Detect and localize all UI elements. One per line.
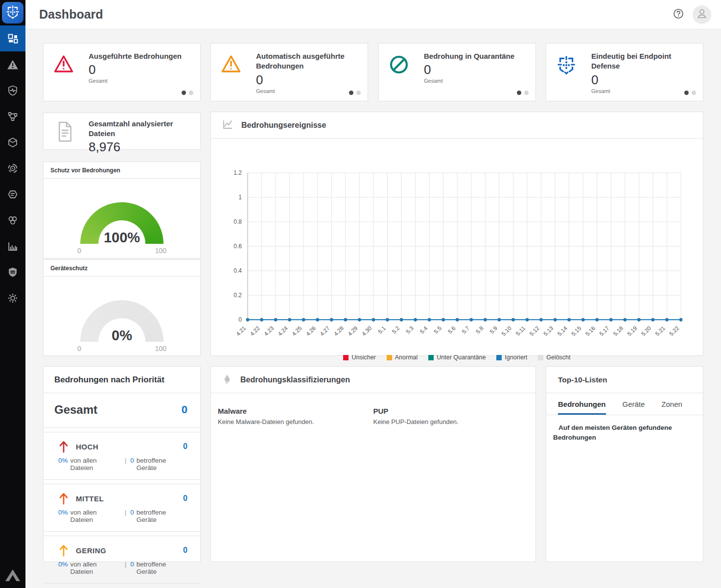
priority-value[interactable]: 0 [183,546,187,555]
card-executed-threats[interactable]: Ausgeführte Bedrohungen 0 Gesamt [43,43,201,101]
priority-label: MITTEL [76,494,104,503]
linked-rings-icon [7,214,19,226]
legend-item[interactable]: Unsicher [343,354,375,361]
line-chart-icon [222,118,233,132]
separator: | [123,457,128,471]
svg-text:4.25: 4.25 [291,325,302,337]
legend-item[interactable]: Unter Quarantäne [428,354,486,361]
total-value[interactable]: 0 [182,403,187,416]
total-label: Gesamt [54,403,97,417]
priority-item-low[interactable]: GERING 0 0% von allen Dateien | 0 betrof… [44,536,200,584]
help-icon[interactable] [673,8,684,21]
card-title: Ausgeführte Bedrohungen [89,51,194,61]
sidebar-item-alerts[interactable] [0,51,25,77]
svg-text:0.4: 0.4 [233,267,242,274]
brand-chevron-icon [0,568,25,582]
priority-item-high[interactable]: HOCH 0 0% von allen Dateien | 0 betroffe… [44,432,200,480]
gauge-title: Schutz vor Bedrohungen [44,162,200,179]
page-dot[interactable] [692,91,696,95]
card-unique-endpoint-defense[interactable]: Eindeutig bei Endpoint Defense 0 Gesamt [546,43,703,101]
page-dot-active[interactable] [517,91,521,95]
tab-bedrohungen[interactable]: Bedrohungen [558,393,606,415]
card-total-files[interactable]: Gesamtzahl analysierter Dateien 8,976 [43,113,201,150]
sidebar [0,0,25,588]
card-quarantined-threats[interactable]: Bedrohung in Quarantäne 0 Gesamt [378,43,536,101]
threat-events-chart[interactable]: 00.20.40.60.811.24.214.224.234.244.254.2… [211,143,703,349]
priority-item-medium[interactable]: MITTEL 0 0% von allen Dateien | 0 betrof… [44,484,200,532]
page-dot-active[interactable] [182,91,186,95]
svg-text:5.10: 5.10 [501,325,512,337]
classification-message: Keine Malware-Dateien gefunden. [218,418,364,425]
gauge-max: 100 [155,345,166,353]
sidebar-item-devices[interactable] [0,129,25,155]
card-title: Eindeutig bei Endpoint Defense [591,51,697,71]
warning-triangle-icon [53,54,74,76]
devices-count[interactable]: 0 [130,509,134,523]
svg-text:5.20: 5.20 [640,325,652,337]
classification-name: PUP [373,407,519,415]
cube-icon [7,137,19,148]
legend-item[interactable]: Anormal [387,354,418,361]
shield-crosshair-icon [556,54,577,77]
dashboard-grid-icon [7,33,19,45]
sidebar-item-reports[interactable] [0,181,25,207]
card-threat-events: Bedrohungsereignisse 00.20.40.60.811.24.… [210,112,703,356]
gauge-min: 0 [77,345,81,353]
legend-item[interactable]: Ignoriert [496,354,527,361]
page-dot[interactable] [189,91,193,95]
priority-value[interactable]: 0 [183,494,187,503]
svg-text:5.19: 5.19 [626,325,638,337]
sidebar-item-scan[interactable] [0,155,25,181]
page-dot-active[interactable] [349,91,353,95]
svg-text:5.4: 5.4 [419,325,429,335]
legend-swatch [387,355,392,360]
sidebar-item-statistics[interactable] [0,233,25,259]
up-arrow-icon [58,492,69,505]
gauge-percent: 0% [80,328,163,342]
svg-text:5.12: 5.12 [529,325,540,337]
tab-geraete[interactable]: Geräte [623,393,645,415]
page-dot-active[interactable] [684,91,689,95]
page-dot[interactable] [524,91,529,95]
card-threat-protection: Schutz vor Bedrohungen 100% 0 100 [43,162,201,259]
user-avatar[interactable] [693,5,711,24]
priority-value[interactable]: 0 [183,442,187,451]
svg-text:5.3: 5.3 [405,325,415,335]
devices-count[interactable]: 0 [130,561,134,575]
sidebar-item-protection[interactable] [0,77,25,103]
panel-title: Bedrohungen nach Priorität [44,367,200,393]
devices-count[interactable]: 0 [130,457,134,471]
gauge-max: 100 [155,247,166,255]
classification-name: Malware [218,407,364,415]
sidebar-item-policies[interactable] [0,259,25,285]
warning-triangle-icon [6,59,19,71]
svg-text:5.16: 5.16 [584,325,596,337]
svg-text:5.6: 5.6 [447,325,457,335]
svg-text:0: 0 [238,316,242,323]
svg-text:1: 1 [238,194,242,201]
card-sublabel: Gesamt [424,78,530,84]
files-percent[interactable]: 0% [58,509,68,523]
svg-text:5.14: 5.14 [557,325,569,337]
card-auto-executed-threats[interactable]: Automatisch ausgeführte Bedrohungen 0 Ge… [210,43,368,101]
svg-text:4.28: 4.28 [333,325,345,337]
card-value: 0 [424,62,530,77]
files-percent[interactable]: 0% [58,561,68,575]
sidebar-item-settings[interactable] [0,285,25,311]
sidebar-item-dashboard[interactable] [0,25,25,51]
separator: | [123,509,128,523]
tab-zonen[interactable]: Zonen [661,393,682,415]
legend-swatch [343,355,349,360]
svg-text:5.1: 5.1 [377,325,387,335]
card-sublabel: Gesamt [591,88,697,94]
files-percent[interactable]: 0% [58,457,68,471]
sidebar-item-zones[interactable] [0,103,25,129]
card-sublabel: Gesamt [89,78,194,84]
gauge-percent: 100% [80,230,163,244]
svg-text:0.6: 0.6 [233,243,242,250]
sidebar-item-integrations[interactable] [0,207,25,233]
app-logo[interactable] [2,2,23,24]
page-dot[interactable] [356,91,361,95]
legend-swatch [496,355,502,360]
legend-item[interactable]: Gelöscht [538,354,570,361]
